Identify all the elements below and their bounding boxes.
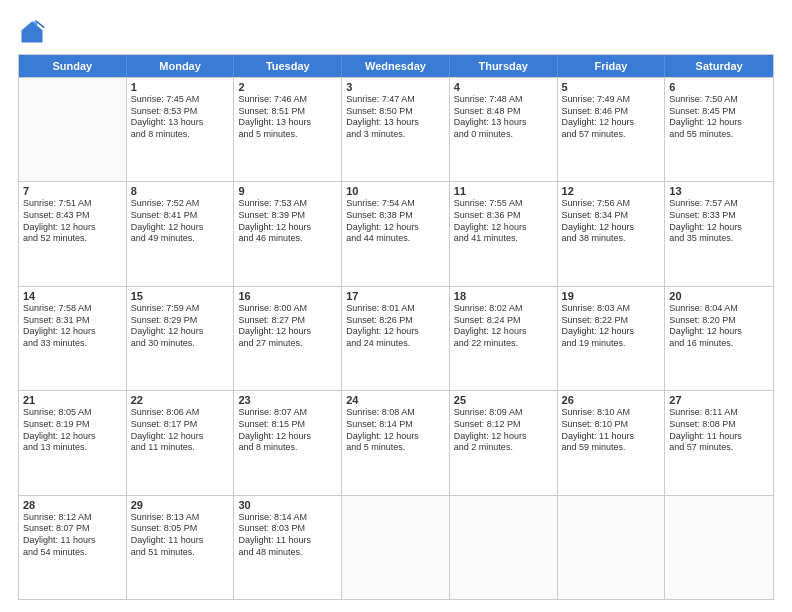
cell-info-line: and 35 minutes.: [669, 233, 769, 245]
day-number: 16: [238, 290, 337, 302]
calendar-cell: 3Sunrise: 7:47 AMSunset: 8:50 PMDaylight…: [342, 78, 450, 181]
cell-info-line: Sunrise: 8:12 AM: [23, 512, 122, 524]
cell-info-line: Sunset: 8:10 PM: [562, 419, 661, 431]
header-day-friday: Friday: [558, 55, 666, 77]
day-number: 26: [562, 394, 661, 406]
cell-info-line: Daylight: 12 hours: [346, 326, 445, 338]
cell-info-line: Sunrise: 8:06 AM: [131, 407, 230, 419]
cell-info-line: and 55 minutes.: [669, 129, 769, 141]
calendar-header: SundayMondayTuesdayWednesdayThursdayFrid…: [19, 55, 773, 77]
cell-info-line: Sunset: 8:12 PM: [454, 419, 553, 431]
header: [18, 18, 774, 46]
cell-info-line: Sunrise: 8:04 AM: [669, 303, 769, 315]
cell-info-line: and 51 minutes.: [131, 547, 230, 559]
calendar-cell: 10Sunrise: 7:54 AMSunset: 8:38 PMDayligh…: [342, 182, 450, 285]
day-number: 19: [562, 290, 661, 302]
cell-info-line: and 22 minutes.: [454, 338, 553, 350]
cell-info-line: Daylight: 12 hours: [669, 117, 769, 129]
cell-info-line: and 16 minutes.: [669, 338, 769, 350]
day-number: 11: [454, 185, 553, 197]
cell-info-line: and 2 minutes.: [454, 442, 553, 454]
cell-info-line: Sunrise: 7:49 AM: [562, 94, 661, 106]
header-day-sunday: Sunday: [19, 55, 127, 77]
calendar-cell: 24Sunrise: 8:08 AMSunset: 8:14 PMDayligh…: [342, 391, 450, 494]
day-number: 2: [238, 81, 337, 93]
cell-info-line: Sunset: 8:27 PM: [238, 315, 337, 327]
cell-info-line: Daylight: 12 hours: [131, 222, 230, 234]
cell-info-line: Sunset: 8:20 PM: [669, 315, 769, 327]
day-number: 29: [131, 499, 230, 511]
cell-info-line: Daylight: 12 hours: [562, 326, 661, 338]
cell-info-line: Sunrise: 7:58 AM: [23, 303, 122, 315]
cell-info-line: and 13 minutes.: [23, 442, 122, 454]
cell-info-line: Daylight: 11 hours: [131, 535, 230, 547]
calendar-cell: 13Sunrise: 7:57 AMSunset: 8:33 PMDayligh…: [665, 182, 773, 285]
cell-info-line: Daylight: 12 hours: [23, 326, 122, 338]
day-number: 6: [669, 81, 769, 93]
day-number: 13: [669, 185, 769, 197]
cell-info-line: Sunset: 8:38 PM: [346, 210, 445, 222]
cell-info-line: Daylight: 11 hours: [562, 431, 661, 443]
cell-info-line: and 44 minutes.: [346, 233, 445, 245]
cell-info-line: Sunset: 8:19 PM: [23, 419, 122, 431]
cell-info-line: Sunset: 8:41 PM: [131, 210, 230, 222]
cell-info-line: Sunrise: 7:47 AM: [346, 94, 445, 106]
day-number: 8: [131, 185, 230, 197]
calendar-cell: 28Sunrise: 8:12 AMSunset: 8:07 PMDayligh…: [19, 496, 127, 599]
cell-info-line: Sunset: 8:53 PM: [131, 106, 230, 118]
cell-info-line: and 8 minutes.: [131, 129, 230, 141]
cell-info-line: Sunset: 8:05 PM: [131, 523, 230, 535]
cell-info-line: and 48 minutes.: [238, 547, 337, 559]
cell-info-line: Daylight: 12 hours: [562, 222, 661, 234]
cell-info-line: and 0 minutes.: [454, 129, 553, 141]
calendar-cell: 22Sunrise: 8:06 AMSunset: 8:17 PMDayligh…: [127, 391, 235, 494]
cell-info-line: Daylight: 12 hours: [238, 431, 337, 443]
calendar-cell: 1Sunrise: 7:45 AMSunset: 8:53 PMDaylight…: [127, 78, 235, 181]
cell-info-line: Sunrise: 7:59 AM: [131, 303, 230, 315]
cell-info-line: Sunrise: 8:11 AM: [669, 407, 769, 419]
cell-info-line: Sunset: 8:33 PM: [669, 210, 769, 222]
calendar-cell: [342, 496, 450, 599]
cell-info-line: Sunrise: 7:56 AM: [562, 198, 661, 210]
cell-info-line: Daylight: 12 hours: [454, 431, 553, 443]
day-number: 12: [562, 185, 661, 197]
cell-info-line: Sunset: 8:26 PM: [346, 315, 445, 327]
cell-info-line: Sunrise: 8:08 AM: [346, 407, 445, 419]
calendar-row-2: 7Sunrise: 7:51 AMSunset: 8:43 PMDaylight…: [19, 181, 773, 285]
day-number: 1: [131, 81, 230, 93]
cell-info-line: Daylight: 12 hours: [346, 431, 445, 443]
cell-info-line: Sunrise: 7:46 AM: [238, 94, 337, 106]
cell-info-line: and 41 minutes.: [454, 233, 553, 245]
cell-info-line: Sunset: 8:36 PM: [454, 210, 553, 222]
day-number: 20: [669, 290, 769, 302]
cell-info-line: and 5 minutes.: [238, 129, 337, 141]
calendar-cell: 12Sunrise: 7:56 AMSunset: 8:34 PMDayligh…: [558, 182, 666, 285]
calendar-cell: 19Sunrise: 8:03 AMSunset: 8:22 PMDayligh…: [558, 287, 666, 390]
cell-info-line: Daylight: 13 hours: [454, 117, 553, 129]
cell-info-line: Daylight: 13 hours: [131, 117, 230, 129]
cell-info-line: and 30 minutes.: [131, 338, 230, 350]
header-day-tuesday: Tuesday: [234, 55, 342, 77]
cell-info-line: Sunrise: 8:01 AM: [346, 303, 445, 315]
cell-info-line: Daylight: 11 hours: [238, 535, 337, 547]
cell-info-line: and 59 minutes.: [562, 442, 661, 454]
calendar-cell: [450, 496, 558, 599]
calendar-cell: 25Sunrise: 8:09 AMSunset: 8:12 PMDayligh…: [450, 391, 558, 494]
calendar-cell: 6Sunrise: 7:50 AMSunset: 8:45 PMDaylight…: [665, 78, 773, 181]
cell-info-line: Sunset: 8:14 PM: [346, 419, 445, 431]
calendar-cell: 20Sunrise: 8:04 AMSunset: 8:20 PMDayligh…: [665, 287, 773, 390]
cell-info-line: Sunset: 8:03 PM: [238, 523, 337, 535]
cell-info-line: Daylight: 13 hours: [238, 117, 337, 129]
cell-info-line: Daylight: 11 hours: [23, 535, 122, 547]
calendar-cell: 2Sunrise: 7:46 AMSunset: 8:51 PMDaylight…: [234, 78, 342, 181]
cell-info-line: Sunrise: 8:14 AM: [238, 512, 337, 524]
cell-info-line: Daylight: 12 hours: [238, 326, 337, 338]
calendar-cell: 9Sunrise: 7:53 AMSunset: 8:39 PMDaylight…: [234, 182, 342, 285]
cell-info-line: Sunset: 8:17 PM: [131, 419, 230, 431]
cell-info-line: Sunset: 8:29 PM: [131, 315, 230, 327]
cell-info-line: and 27 minutes.: [238, 338, 337, 350]
cell-info-line: and 8 minutes.: [238, 442, 337, 454]
calendar-row-3: 14Sunrise: 7:58 AMSunset: 8:31 PMDayligh…: [19, 286, 773, 390]
cell-info-line: Sunrise: 7:53 AM: [238, 198, 337, 210]
cell-info-line: Sunset: 8:51 PM: [238, 106, 337, 118]
